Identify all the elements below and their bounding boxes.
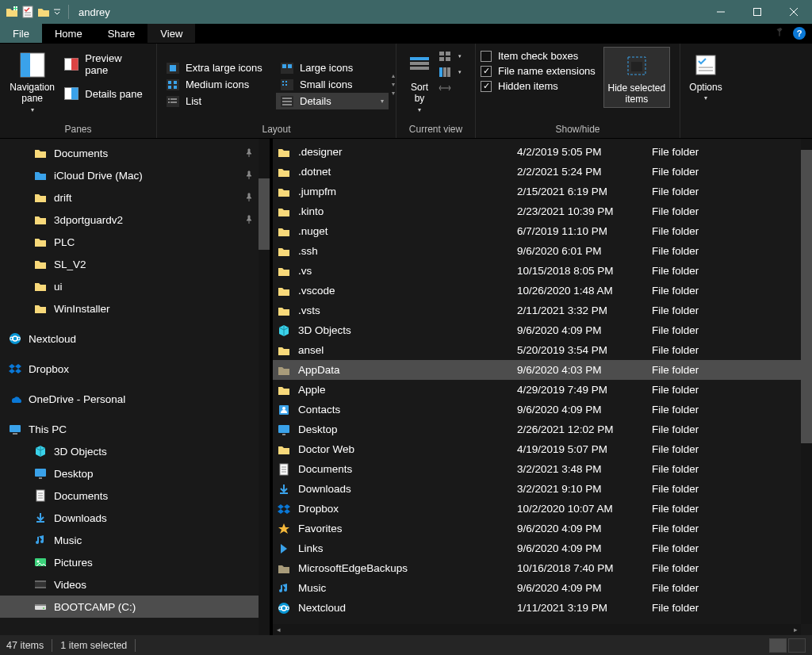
navpane-scrollbar-thumb[interactable]: [259, 178, 270, 250]
file-row[interactable]: Dropbox10/2/2020 10:07 AMFile folder: [273, 499, 801, 519]
cube-icon: [273, 324, 295, 337]
layout-small-icons[interactable]: Small icons: [276, 76, 389, 93]
tab-share[interactable]: Share: [95, 24, 148, 43]
layout-large-icons[interactable]: Large icons: [276, 59, 389, 76]
sort-by-button[interactable]: Sort by ▾: [401, 47, 438, 115]
file-row[interactable]: Favorites9/6/2020 4:09 PMFile folder: [273, 519, 801, 538]
maximize-button[interactable]: [739, 0, 776, 24]
pin-icon: [244, 170, 254, 180]
file-row[interactable]: .vsts2/11/2021 3:32 PMFile folder: [273, 301, 801, 320]
file-row[interactable]: ansel5/20/2019 3:54 PMFile folder: [273, 340, 801, 360]
close-button[interactable]: [776, 0, 812, 24]
file-row[interactable]: Documents3/2/2021 3:48 PMFile folder: [273, 459, 801, 479]
layout-list[interactable]: List: [162, 93, 274, 109]
file-row[interactable]: AppData9/6/2020 4:03 PMFile folder: [273, 360, 801, 380]
file-row[interactable]: Nextcloud1/11/2021 3:19 PMFile folder: [273, 598, 801, 618]
add-columns-button[interactable]: ▾: [438, 66, 462, 79]
layout-more-icon[interactable]: ▾: [392, 90, 395, 97]
nav-item[interactable]: Desktop: [0, 462, 270, 485]
options-button[interactable]: Options ▾: [685, 47, 726, 103]
pictures-icon: [33, 555, 48, 569]
navigation-pane-button[interactable]: Navigation pane ▾: [5, 47, 59, 115]
folder-icon: [33, 235, 48, 249]
nav-item[interactable]: OneDrive - Personal: [0, 388, 270, 410]
file-row[interactable]: .jumpfm2/15/2021 6:19 PMFile folder: [273, 182, 801, 201]
hide-selected-items-button[interactable]: Hide selected items: [603, 47, 670, 108]
nav-item[interactable]: BOOTCAMP (C:): [0, 596, 270, 618]
layout-medium-icons[interactable]: Medium icons: [162, 76, 274, 93]
nav-item[interactable]: WinInstaller: [0, 297, 270, 320]
view-mode-thumbnails-button[interactable]: [788, 638, 806, 653]
navigation-pane[interactable]: DocumentsiCloud Drive (Mac)drift3dportgu…: [0, 139, 270, 635]
checkbox-hidden-items[interactable]: Hidden items: [481, 80, 596, 92]
svg-rect-13: [288, 64, 292, 68]
layout-extra-large-icons[interactable]: Extra large icons: [162, 59, 274, 76]
nav-item[interactable]: 3dportguardv2: [0, 209, 270, 231]
preview-pane-button[interactable]: Preview pane: [59, 50, 151, 79]
qat-dropdown-icon[interactable]: [52, 5, 62, 19]
tab-file[interactable]: File: [0, 24, 42, 43]
file-list-pane[interactable]: .designer4/2/2019 5:05 PMFile folder.dot…: [273, 139, 812, 635]
layout-scroll-up-icon[interactable]: ▴: [392, 72, 395, 79]
nav-item[interactable]: 3D Objects: [0, 440, 270, 462]
minimize-button[interactable]: [703, 0, 739, 24]
nav-item[interactable]: This PC: [0, 418, 270, 440]
view-mode-details-button[interactable]: [769, 638, 787, 653]
folder-dim-icon: [273, 562, 295, 575]
nav-item[interactable]: Documents: [0, 485, 270, 507]
file-row[interactable]: Doctor Web4/19/2019 5:07 PMFile folder: [273, 439, 801, 459]
tab-home[interactable]: Home: [42, 24, 95, 43]
file-date: 4/2/2019 5:05 PM: [517, 146, 652, 158]
nav-item-label: 3D Objects: [54, 446, 107, 458]
group-by-button[interactable]: ▾: [438, 50, 462, 63]
svg-rect-23: [285, 84, 287, 86]
nav-item[interactable]: drift: [0, 186, 270, 209]
file-row[interactable]: Downloads3/2/2021 9:10 PMFile folder: [273, 479, 801, 499]
file-row[interactable]: .dotnet2/2/2021 5:24 PMFile folder: [273, 162, 801, 182]
file-row[interactable]: .designer4/2/2019 5:05 PMFile folder: [273, 142, 801, 162]
file-row[interactable]: .vs10/15/2018 8:05 PMFile folder: [273, 261, 801, 281]
nav-item[interactable]: PLC: [0, 231, 270, 253]
nav-item[interactable]: SL_V2: [0, 253, 270, 275]
nav-item[interactable]: ui: [0, 275, 270, 297]
pin-ribbon-icon[interactable]: [774, 28, 785, 39]
details-pane-button[interactable]: Details pane: [59, 85, 151, 102]
file-row[interactable]: 3D Objects9/6/2020 4:09 PMFile folder: [273, 320, 801, 340]
nav-item-label: BOOTCAMP (C:): [54, 601, 136, 613]
pin-icon: [244, 148, 254, 158]
file-row[interactable]: .vscode10/26/2020 1:48 AMFile folder: [273, 281, 801, 301]
file-row[interactable]: Contacts9/6/2020 4:09 PMFile folder: [273, 400, 801, 419]
checkbox-file-name-extensions[interactable]: File name extensions: [481, 65, 596, 77]
tab-view[interactable]: View: [147, 24, 195, 43]
file-row[interactable]: .kinto2/23/2021 10:39 PMFile folder: [273, 201, 801, 221]
checkbox-item-check-boxes[interactable]: Item check boxes: [481, 50, 596, 62]
filepane-scrollbar-thumb-vertical[interactable]: [801, 150, 812, 443]
file-row[interactable]: .ssh9/6/2020 6:01 PMFile folder: [273, 241, 801, 261]
file-row[interactable]: .nuget6/7/2019 11:10 PMFile folder: [273, 221, 801, 241]
file-row[interactable]: MicrosoftEdgeBackups10/16/2018 7:40 PMFi…: [273, 558, 801, 578]
file-row[interactable]: Links9/6/2020 4:09 PMFile folder: [273, 538, 801, 558]
scroll-left-icon[interactable]: ◂: [273, 624, 284, 635]
qat-new-folder-icon[interactable]: [5, 5, 19, 19]
layout-scroll-down-icon[interactable]: ▾: [392, 81, 395, 88]
nav-item[interactable]: Documents: [0, 142, 270, 164]
nav-item[interactable]: Downloads: [0, 507, 270, 529]
file-row[interactable]: Music9/6/2020 4:09 PMFile folder: [273, 578, 801, 598]
nav-item[interactable]: Dropbox: [0, 358, 270, 380]
svg-rect-32: [282, 104, 292, 105]
qat-open-icon[interactable]: [36, 5, 51, 19]
nav-item[interactable]: Nextcloud: [0, 328, 270, 350]
layout-details[interactable]: Details▾: [276, 93, 389, 109]
nav-item-label: Documents: [54, 147, 108, 159]
nav-item[interactable]: Videos: [0, 573, 270, 596]
nav-item[interactable]: Pictures: [0, 551, 270, 573]
scroll-right-icon[interactable]: ▸: [790, 624, 801, 635]
filepane-scrollbar-horizontal[interactable]: ◂ ▸: [273, 624, 801, 635]
size-columns-button[interactable]: [438, 82, 462, 94]
nav-item[interactable]: Music: [0, 529, 270, 551]
nav-item[interactable]: iCloud Drive (Mac): [0, 164, 270, 186]
file-row[interactable]: Apple4/29/2019 7:49 PMFile folder: [273, 380, 801, 400]
help-button[interactable]: ?: [793, 27, 806, 40]
qat-properties-icon[interactable]: [21, 5, 35, 19]
file-row[interactable]: Desktop2/26/2021 12:02 PMFile folder: [273, 419, 801, 439]
